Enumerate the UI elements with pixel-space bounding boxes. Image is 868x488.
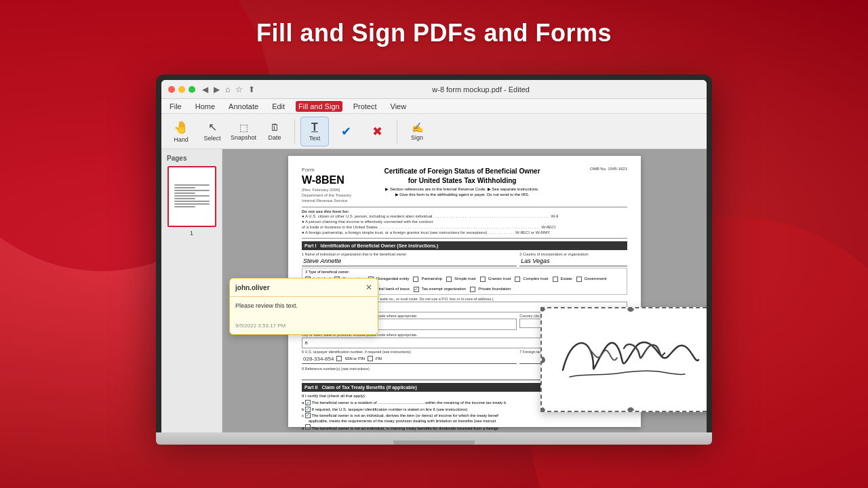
thumb-line [174,203,210,205]
checkmark-icon: ✔ [341,124,351,139]
field6-value: 028-334-854 [303,356,334,363]
nav-bookmark-icon[interactable]: ☆ [235,85,243,94]
form-title-block: Certificate of Foreign Status of Benefic… [351,167,573,198]
date-label: Date [268,134,281,141]
laptop: ◀ ▶ ⌂ ☆ ⬆ w-8 form mockup.pdf - Edited F… [156,75,712,445]
form-header: Form W-8BEN (Rev. February 2006) Departm… [302,167,627,204]
form-title-line1: Certificate of Foreign Status of Benefic… [351,167,573,176]
menu-protect[interactable]: Protect [351,101,380,112]
field1-value: Steve Annette [302,257,517,267]
select-label: Select [203,135,220,142]
certify-line-d: d The beneficial owner is not an individ… [302,424,627,432]
field6-block: 6 U.S. taxpayer identification number, i… [302,350,517,364]
cb-estate: Estate [553,277,572,282]
menu-annotate[interactable]: Annotate [226,101,261,112]
simpletrust-checkbox[interactable] [446,277,452,282]
minimize-window-button[interactable] [178,86,185,93]
maximize-window-button[interactable] [189,86,195,93]
certify-b-checkbox[interactable] [305,407,311,412]
private-label: Private foundation [478,287,511,292]
taxexempt-checkbox[interactable] [414,287,419,292]
sign-tool-button[interactable]: ✍ Sign [403,117,431,146]
thumbnail-content [172,182,212,211]
checkmark-tool-button[interactable]: ✔ [332,117,360,146]
signature-box[interactable] [540,307,707,412]
complex-checkbox[interactable] [515,277,520,282]
thumb-line [174,184,210,186]
cross-tool-button[interactable]: ✖ [363,117,391,146]
date-icon: 🗓 [270,122,279,133]
field2-label: 2 Country of incorporation or organizati… [519,252,627,257]
text-tool-button[interactable]: T Text [300,117,329,146]
cb-simpletrust: Simple trust [446,277,476,282]
nav-share-icon[interactable]: ⬆ [248,85,255,94]
page-number: 1 [164,230,219,237]
app-titlebar: ◀ ▶ ⌂ ☆ ⬆ w-8 form mockup.pdf - Edited [161,80,707,99]
menu-fill-sign[interactable]: Fill and Sign [296,101,342,112]
government-checkbox[interactable] [576,277,582,282]
thumb-line [174,201,210,202]
cb-private: Private foundation [470,287,511,292]
ssn-checkbox[interactable] [336,356,342,361]
hand-tool-button[interactable]: 🤚 Hand [167,117,195,146]
simple-trust-label: Simple trust [454,277,476,282]
select-icon: ↖ [208,121,217,134]
certify-d-checkbox[interactable] [305,424,311,430]
field3-label: 3 Type of beneficial owner: [305,270,624,274]
ssn-radio: SSN or ITIN [336,356,365,361]
thumb-line [174,190,210,191]
donot-header: Do not use this form for: [302,209,349,214]
form-instruction2: ▶ Give this form to the withholding agen… [351,192,573,198]
private-checkbox[interactable] [470,287,475,292]
thumb-line [174,206,195,207]
signature-content [542,308,707,411]
certify-line-c: c The beneficial owner is not an individ… [302,413,627,419]
menu-file[interactable]: File [167,101,184,112]
donot-section: Do not use this form for: ● A U.S. citiz… [302,207,627,239]
partnership-label: Partnership [421,277,442,282]
part1-header: Part I Identification of Beneficial Owne… [302,241,627,250]
close-window-button[interactable] [168,86,175,93]
certify-c-checkbox[interactable] [305,413,311,418]
fin-checkbox[interactable] [368,356,373,361]
pages-sidebar: Pages 1 [161,149,222,432]
date-tool-button[interactable]: 🗓 Date [260,117,289,146]
menu-home[interactable]: Home [193,101,218,112]
sidebar-header: Pages [164,155,219,162]
cb-partnership: Partnership [413,277,442,282]
fields-row-1: 1 Name of individual or organization tha… [302,252,627,267]
window-controls [168,86,195,93]
text-icon: T [311,121,318,134]
thumb-line [174,187,195,188]
toolbar-separator-1 [294,119,295,144]
form-dept: Department of the Treasury [302,193,351,199]
field6-label: 6 U.S. taxpayer identification number, i… [302,350,517,354]
certify-a-checkbox[interactable] [305,400,311,405]
part1-label: Part I [304,243,317,249]
nav-home-icon[interactable]: ⌂ [225,85,230,94]
cb-government: Government [576,277,607,282]
grantor-checkbox[interactable] [480,277,486,282]
cb-complex: Complex trust [515,277,548,282]
sign-label: Sign [411,134,423,141]
ssn-label: SSN or ITIN [344,357,365,361]
nav-forward-icon[interactable]: ▶ [214,85,220,94]
menu-edit[interactable]: Edit [269,101,288,112]
form-instruction1: ▶ Section references are to the Internal… [351,187,573,192]
cross-icon: ✖ [372,124,382,139]
page-thumbnail-1[interactable] [167,166,216,227]
thumb-line [174,192,195,194]
nav-back-icon[interactable]: ◀ [202,85,208,94]
government-label: Government [585,277,607,282]
estate-checkbox[interactable] [553,277,558,282]
select-tool-button[interactable]: ↖ Select [198,117,226,146]
snapshot-tool-button[interactable]: ⬚ Snapshot [229,117,258,146]
sign-icon: ✍ [412,122,423,133]
menu-view[interactable]: View [388,101,410,112]
annotation-close-button[interactable]: ✕ [366,283,372,292]
partnership-checkbox[interactable] [413,277,418,282]
annotation-timestamp: 9/5/2022 3:53:17 PM [235,323,372,329]
app-window: ◀ ▶ ⌂ ☆ ⬆ w-8 form mockup.pdf - Edited F… [161,80,707,432]
text-label: Text [309,135,321,142]
donot-line2: ● A person claiming that income is effec… [302,220,627,225]
